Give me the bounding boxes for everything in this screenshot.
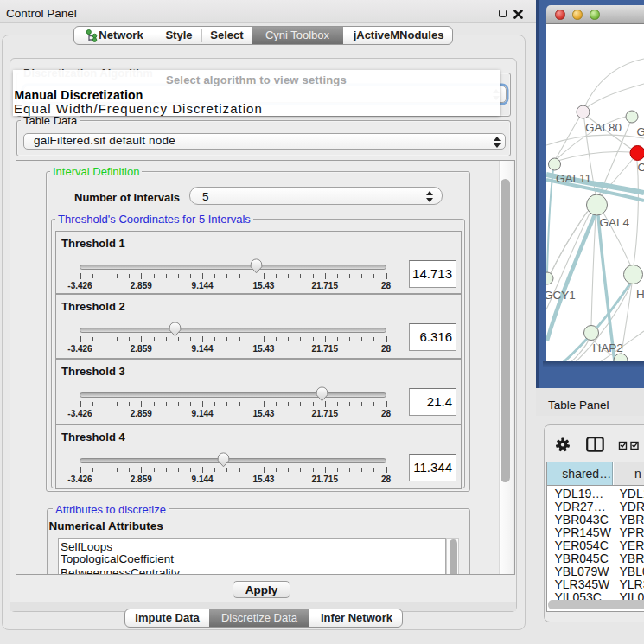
- svg-text:GAL11: GAL11: [556, 172, 591, 185]
- svg-text:GA: GA: [637, 125, 644, 138]
- svg-text:H: H: [636, 288, 644, 301]
- svg-text:GAL4: GAL4: [600, 216, 630, 229]
- svg-text:HAP2: HAP2: [593, 341, 623, 354]
- svg-text:GCY1: GCY1: [546, 289, 576, 302]
- svg-text:C: C: [638, 161, 644, 174]
- svg-text:GAL80: GAL80: [585, 121, 622, 134]
